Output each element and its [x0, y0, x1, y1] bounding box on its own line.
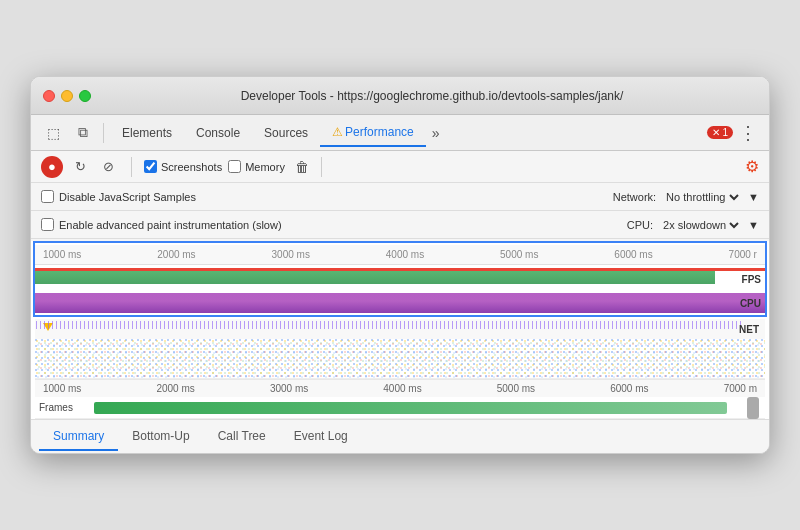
network-dots-svg: [35, 339, 765, 378]
ruler2-mark-4: 4000 ms: [383, 383, 421, 394]
sub-separator: [131, 157, 132, 177]
traffic-lights: [43, 90, 91, 102]
tab-strip: Elements Console Sources ⚠Performance »: [110, 119, 701, 147]
error-x-icon: ✕: [712, 127, 720, 138]
tab-call-tree[interactable]: Call Tree: [204, 423, 280, 451]
cpu-purple-bar: [35, 293, 765, 313]
zoom-button[interactable]: [79, 90, 91, 102]
enable-paint-label: Enable advanced paint instrumentation (s…: [59, 219, 282, 231]
cpu-select[interactable]: 2x slowdown: [659, 218, 742, 232]
net-row: NET: [35, 319, 765, 339]
minimize-button[interactable]: [61, 90, 73, 102]
close-button[interactable]: [43, 90, 55, 102]
options-left-2: Enable advanced paint instrumentation (s…: [41, 218, 282, 231]
memory-checkbox[interactable]: [228, 160, 241, 173]
network-label: Network:: [613, 191, 656, 203]
tab-summary[interactable]: Summary: [39, 423, 118, 451]
bottom-tabs: Summary Bottom-Up Call Tree Event Log: [31, 419, 769, 453]
options-row-2: Enable advanced paint instrumentation (s…: [31, 211, 769, 239]
title-bar: Developer Tools - https://googlechrome.g…: [31, 77, 769, 115]
frames-row: Frames: [35, 397, 765, 419]
window-title: Developer Tools - https://googlechrome.g…: [107, 89, 757, 103]
options-left: Disable JavaScript Samples: [41, 190, 196, 203]
scrollbar-thumb[interactable]: [747, 397, 759, 419]
error-count: 1: [722, 127, 728, 138]
cpu-row: CPU: [35, 293, 765, 313]
network-select[interactable]: No throttling: [662, 190, 742, 204]
fps-row: FPS: [35, 265, 765, 293]
network-dots-row: [35, 339, 765, 379]
screenshots-checkbox[interactable]: [144, 160, 157, 173]
trash-icon[interactable]: 🗑: [295, 159, 309, 175]
menu-icon[interactable]: ⋮: [735, 122, 761, 144]
ruler-mark-5: 5000 ms: [500, 249, 538, 260]
sub-separator-2: [321, 157, 322, 177]
net-label: NET: [739, 324, 759, 335]
reload-button[interactable]: ↻: [69, 156, 91, 178]
sub-toolbar: ● ↻ ⊘ Screenshots Memory 🗑 ⚙: [31, 151, 769, 183]
frames-label: Frames: [39, 402, 94, 413]
ruler2-mark-6: 6000 ms: [610, 383, 648, 394]
ruler-mark-7: 7000 r: [729, 249, 757, 260]
net-section: NET: [31, 319, 769, 419]
ruler-mark-1: 1000 ms: [43, 249, 81, 260]
fps-label: FPS: [742, 274, 761, 285]
ruler2: 1000 ms 2000 ms 3000 ms 4000 ms 5000 ms …: [35, 379, 765, 397]
options-row-1: Disable JavaScript Samples Network: No t…: [31, 183, 769, 211]
network-dropdown-icon: ▼: [748, 191, 759, 203]
ruler-mark-2: 2000 ms: [157, 249, 195, 260]
toolbar-separator: [103, 123, 104, 143]
memory-checkbox-label[interactable]: Memory: [228, 160, 285, 173]
disable-js-checkbox[interactable]: [41, 190, 54, 203]
ruler2-marks: 1000 ms 2000 ms 3000 ms 4000 ms 5000 ms …: [39, 383, 761, 394]
tab-event-log[interactable]: Event Log: [280, 423, 362, 451]
devtools-window: Developer Tools - https://googlechrome.g…: [30, 76, 770, 454]
options-right: Network: No throttling ▼: [613, 190, 759, 204]
tab-elements[interactable]: Elements: [110, 120, 184, 146]
record-button[interactable]: ●: [41, 156, 63, 178]
device-icon[interactable]: ⧉: [69, 119, 97, 147]
cpu-lane-label: CPU: [740, 298, 761, 309]
tab-sources[interactable]: Sources: [252, 120, 320, 146]
ruler2-mark-7: 7000 m: [724, 383, 757, 394]
timeline-section: 1000 ms 2000 ms 3000 ms 4000 ms 5000 ms …: [33, 241, 767, 317]
ruler2-mark-5: 5000 ms: [497, 383, 535, 394]
clear-button[interactable]: ⊘: [97, 156, 119, 178]
tab-performance[interactable]: ⚠Performance: [320, 119, 426, 147]
svg-rect-6: [35, 339, 765, 378]
ruler2-mark-3: 3000 ms: [270, 383, 308, 394]
tab-bottom-up[interactable]: Bottom-Up: [118, 423, 203, 451]
enable-paint-checkbox[interactable]: [41, 218, 54, 231]
fps-red-bar: [35, 268, 765, 271]
cpu-label: CPU:: [627, 219, 653, 231]
error-badge: ✕ 1: [707, 126, 733, 139]
cpu-dropdown-icon: ▼: [748, 219, 759, 231]
options-right-2: CPU: 2x slowdown ▼: [627, 218, 759, 232]
ruler-mark-6: 6000 ms: [614, 249, 652, 260]
settings-gear-icon[interactable]: ⚙: [745, 157, 759, 176]
ruler-marks: 1000 ms 2000 ms 3000 ms 4000 ms 5000 ms …: [43, 249, 757, 260]
warning-icon: ⚠: [332, 125, 343, 139]
ruler2-mark-2: 2000 ms: [156, 383, 194, 394]
screenshots-checkbox-label[interactable]: Screenshots: [144, 160, 222, 173]
cursor-icon[interactable]: ⬚: [39, 119, 67, 147]
main-toolbar: ⬚ ⧉ Elements Console Sources ⚠Performanc…: [31, 115, 769, 151]
tab-console[interactable]: Console: [184, 120, 252, 146]
ruler-mark-4: 4000 ms: [386, 249, 424, 260]
disable-js-label: Disable JavaScript Samples: [59, 191, 196, 203]
ruler-mark-3: 3000 ms: [272, 249, 310, 260]
tab-more[interactable]: »: [426, 121, 446, 145]
ruler2-mark-1: 1000 ms: [43, 383, 81, 394]
frames-bar: [94, 402, 727, 414]
timeline-ruler: 1000 ms 2000 ms 3000 ms 4000 ms 5000 ms …: [35, 245, 765, 265]
main-panel: 1000 ms 2000 ms 3000 ms 4000 ms 5000 ms …: [31, 241, 769, 419]
